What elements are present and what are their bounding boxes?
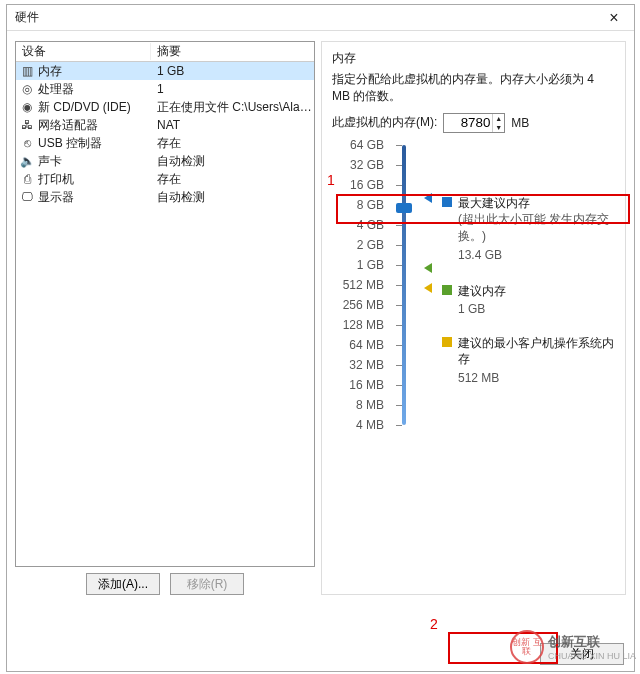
device-name: 显示器 — [38, 189, 74, 206]
titlebar: 硬件 × — [7, 5, 634, 31]
table-row[interactable]: 🖧网络适配器NAT — [16, 116, 314, 134]
memory-unit: MB — [511, 116, 529, 130]
add-button[interactable]: 添加(A)... — [86, 573, 160, 595]
device-summary: NAT — [151, 118, 314, 132]
scale-tick — [396, 365, 402, 366]
device-summary: 存在 — [151, 171, 314, 188]
dialog-title: 硬件 — [15, 9, 602, 26]
scale-label: 4 GB — [357, 218, 384, 232]
memory-field-label: 此虚拟机的内存(M): — [332, 114, 437, 131]
table-row[interactable]: 🖵显示器自动检测 — [16, 188, 314, 206]
scale-tick — [396, 225, 402, 226]
display-icon: 🖵 — [20, 190, 34, 204]
device-summary: 自动检测 — [151, 189, 314, 206]
disc-icon: ◉ — [20, 100, 34, 114]
memory-description: 指定分配给此虚拟机的内存量。内存大小必须为 4 MB 的倍数。 — [332, 71, 615, 105]
scale-tick — [396, 385, 402, 386]
scale-label: 16 MB — [349, 378, 384, 392]
hardware-list-panel: 设备 摘要 ▥内存1 GB◎处理器1◉新 CD/DVD (IDE)正在使用文件 … — [15, 41, 315, 595]
device-name: 内存 — [38, 63, 62, 80]
scale-label: 256 MB — [343, 298, 384, 312]
scale-label: 2 GB — [357, 238, 384, 252]
scale-tick — [396, 345, 402, 346]
device-summary: 正在使用文件 C:\Users\Alan... — [151, 99, 314, 116]
scale-tick — [396, 165, 402, 166]
scale-label: 512 MB — [343, 278, 384, 292]
scale-tick — [396, 325, 402, 326]
watermark-ball-icon: 创新 互联 — [510, 630, 544, 664]
usb-icon: ⎋ — [20, 136, 34, 150]
legend-min-value: 512 MB — [458, 370, 615, 387]
scale-label: 128 MB — [343, 318, 384, 332]
spinner-up-icon[interactable]: ▲ — [492, 114, 504, 123]
legend-max-value: 13.4 GB — [458, 247, 615, 264]
printer-icon: ⎙ — [20, 172, 34, 186]
scale-label: 64 MB — [349, 338, 384, 352]
device-name: 打印机 — [38, 171, 74, 188]
device-summary: 存在 — [151, 135, 314, 152]
legend-max-label: 最大建议内存 — [458, 195, 615, 212]
memory-panel: 内存 指定分配给此虚拟机的内存量。内存大小必须为 4 MB 的倍数。 此虚拟机的… — [321, 41, 626, 595]
table-row[interactable]: ▥内存1 GB — [16, 62, 314, 80]
scale-label: 32 GB — [350, 158, 384, 172]
device-summary: 1 — [151, 82, 314, 96]
device-summary: 自动检测 — [151, 153, 314, 170]
hardware-table-header: 设备 摘要 — [16, 42, 314, 62]
spinner-down-icon[interactable]: ▼ — [492, 123, 504, 132]
cpu-icon: ◎ — [20, 82, 34, 96]
scale-tick — [396, 285, 402, 286]
device-name: 新 CD/DVD (IDE) — [38, 99, 131, 116]
scale-label: 8 GB — [357, 198, 384, 212]
memory-slider-area: 64 GB32 GB16 GB8 GB4 GB2 GB1 GB512 MB256… — [332, 145, 615, 445]
table-row[interactable]: ⎙打印机存在 — [16, 170, 314, 188]
table-row[interactable]: ◉新 CD/DVD (IDE)正在使用文件 C:\Users\Alan... — [16, 98, 314, 116]
scale-label: 4 MB — [356, 418, 384, 432]
memory-legend: 最大建议内存 (超出此大小可能 发生内存交换。) 13.4 GB 建议内存 1 … — [418, 145, 615, 445]
dialog-content: 设备 摘要 ▥内存1 GB◎处理器1◉新 CD/DVD (IDE)正在使用文件 … — [7, 31, 634, 599]
scale-label: 64 GB — [350, 138, 384, 152]
memory-slider[interactable] — [392, 145, 418, 445]
slider-thumb[interactable] — [396, 203, 412, 213]
scale-tick — [396, 265, 402, 266]
col-device[interactable]: 设备 — [16, 43, 151, 60]
hardware-table-body: ▥内存1 GB◎处理器1◉新 CD/DVD (IDE)正在使用文件 C:\Use… — [16, 62, 314, 566]
scale-tick — [396, 305, 402, 306]
memory-field-row: 此虚拟机的内存(M): ▲ ▼ MB — [332, 113, 615, 133]
memory-section-title: 内存 — [332, 50, 615, 67]
memory-spinner: ▲ ▼ — [443, 113, 505, 133]
legend-min: 建议的最小客户机操作系统内存 512 MB — [442, 335, 615, 387]
legend-min-label: 建议的最小客户机操作系统内存 — [458, 335, 615, 369]
watermark-sub: CHUANG XIN HU LIA — [548, 651, 636, 661]
watermark-title: 创新互联 — [548, 633, 636, 651]
scale-tick — [396, 185, 402, 186]
device-name: 网络适配器 — [38, 117, 98, 134]
scale-tick — [396, 145, 402, 146]
slider-track-line — [402, 145, 406, 425]
legend-max: 最大建议内存 (超出此大小可能 发生内存交换。) 13.4 GB — [442, 195, 615, 264]
slider-scale-labels: 64 GB32 GB16 GB8 GB4 GB2 GB1 GB512 MB256… — [332, 145, 392, 445]
legend-rec-value: 1 GB — [458, 301, 506, 318]
remove-button: 移除(R) — [170, 573, 244, 595]
legend-max-note: (超出此大小可能 发生内存交换。) — [458, 211, 615, 245]
scale-tick — [396, 405, 402, 406]
memory-icon: ▥ — [20, 64, 34, 78]
close-icon[interactable]: × — [602, 10, 626, 26]
sound-icon: 🔈 — [20, 154, 34, 168]
table-row[interactable]: 🔈声卡自动检测 — [16, 152, 314, 170]
table-row[interactable]: ⎋USB 控制器存在 — [16, 134, 314, 152]
legend-max-color-icon — [442, 197, 452, 207]
nic-icon: 🖧 — [20, 118, 34, 132]
col-summary[interactable]: 摘要 — [151, 43, 314, 60]
hardware-buttons: 添加(A)... 移除(R) — [15, 573, 315, 595]
device-name: USB 控制器 — [38, 135, 102, 152]
device-name: 处理器 — [38, 81, 74, 98]
scale-tick — [396, 425, 402, 426]
scale-label: 8 MB — [356, 398, 384, 412]
legend-rec-color-icon — [442, 285, 452, 295]
table-row[interactable]: ◎处理器1 — [16, 80, 314, 98]
device-name: 声卡 — [38, 153, 62, 170]
legend-rec: 建议内存 1 GB — [442, 283, 506, 319]
hardware-table: 设备 摘要 ▥内存1 GB◎处理器1◉新 CD/DVD (IDE)正在使用文件 … — [15, 41, 315, 567]
watermark: 创新 互联 创新互联 CHUANG XIN HU LIA — [510, 630, 636, 664]
scale-label: 1 GB — [357, 258, 384, 272]
